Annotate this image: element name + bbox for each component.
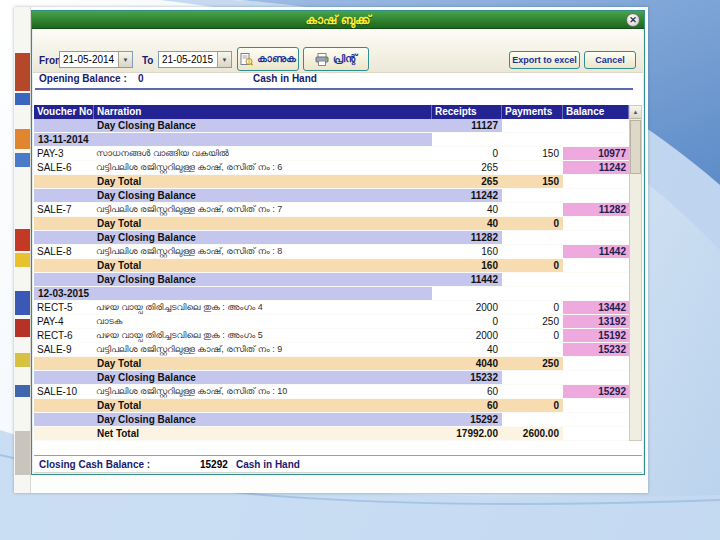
cell-payments <box>502 343 563 356</box>
cell-balance <box>563 287 629 300</box>
cell-receipts <box>432 133 502 146</box>
window-titlebar[interactable]: കാഷ് ബുക്ക് ✕ <box>32 11 644 29</box>
cell-receipts: 40 <box>432 343 502 356</box>
cell-payments: 2600.00 <box>502 427 563 440</box>
cell-receipts: 60 <box>432 399 502 412</box>
table-row[interactable]: SALE-6വട്ടിപലിശ രജിസ്റ്ററിലുള്ള കാഷ്, രസ… <box>34 161 629 175</box>
cell-balance: 13442 <box>563 301 629 314</box>
closing-balance-row-label: Day Closing Balance <box>34 189 432 202</box>
cell-receipts: 11242 <box>432 189 502 202</box>
close-button[interactable]: ✕ <box>626 13 640 27</box>
table-row[interactable]: 12-03-2015 <box>34 287 629 301</box>
closing-balance-row-label: Day Closing Balance <box>34 231 432 244</box>
table-row[interactable]: SALE-9വട്ടിപലിശ രജിസ്റ്ററിലുള്ള കാഷ്, രസ… <box>34 343 629 357</box>
desktop-icon-fragment <box>15 291 30 315</box>
cell-balance <box>563 119 629 132</box>
table-row[interactable]: RECT-6പഴയ വായ്പ തിരിച്ചടവിലെ തുക : അംഗം … <box>34 329 629 343</box>
chevron-down-icon[interactable]: ▼ <box>118 52 132 67</box>
cell-receipts: 40 <box>432 203 502 216</box>
table-row[interactable]: SALE-10വട്ടിപലിശ രജിസ്റ്ററിലുള്ള കാഷ്, ര… <box>34 385 629 399</box>
table-row[interactable]: SALE-7വട്ടിപലിശ രജിസ്റ്ററിലുള്ള കാഷ്, രസ… <box>34 203 629 217</box>
desktop-icon-fragment <box>15 129 30 149</box>
desktop-icon-fragment <box>15 229 30 251</box>
table-row[interactable]: Net Total17992.002600.00 <box>34 427 629 441</box>
cell-receipts: 0 <box>432 147 502 160</box>
cell-voucher: SALE-10 <box>34 385 94 398</box>
table-row[interactable]: Day Closing Balance11442 <box>34 273 629 287</box>
cell-payments <box>502 161 563 174</box>
opening-balance-label: Opening Balance : <box>39 73 127 84</box>
table-row[interactable]: Day Closing Balance15232 <box>34 371 629 385</box>
cell-balance: 10977 <box>563 147 629 160</box>
table-row[interactable]: Day Closing Balance11282 <box>34 231 629 245</box>
scrollbar-up-button[interactable]: ▲ <box>630 106 641 119</box>
export-to-excel-button[interactable]: Export to excel <box>509 51 580 69</box>
table-row[interactable]: RECT-5പഴയ വായ്പ തിരിച്ചടവിലെ തുക : അംഗം … <box>34 301 629 315</box>
table-row[interactable]: Day Closing Balance11127 <box>34 119 629 133</box>
cell-receipts: 15232 <box>432 371 502 384</box>
cell-payments <box>502 287 563 300</box>
cell-balance <box>563 133 629 146</box>
cell-narration: സാധനങ്ങൾ വാങ്ങിയ വകയിൽ <box>94 147 432 160</box>
cell-balance <box>563 231 629 244</box>
table-row[interactable]: Day Closing Balance11242 <box>34 189 629 203</box>
from-date-select[interactable]: 21-05-2014 ▼ <box>59 51 133 68</box>
cell-balance: 11442 <box>563 245 629 258</box>
desktop-icon-fragment <box>15 385 30 397</box>
table-scrollbar[interactable]: ▲ <box>629 105 642 441</box>
cell-balance <box>563 259 629 272</box>
table-row[interactable]: Day Total4040250 <box>34 357 629 371</box>
cell-narration: പഴയ വായ്പ തിരിച്ചടവിലെ തുക : അംഗം 5 <box>94 329 432 342</box>
cell-receipts: 11442 <box>432 273 502 286</box>
cashbook-window: കാഷ് ബുക്ക് ✕ From 21-05-2014 ▼ To 21-05… <box>31 10 645 475</box>
table-header-row: Voucher No Narration Receipts Payments B… <box>34 105 629 119</box>
net-total-label: Net Total <box>34 427 432 440</box>
cancel-button[interactable]: Cancel <box>584 51 636 69</box>
cell-balance: 15292 <box>563 385 629 398</box>
cell-receipts: 0 <box>432 315 502 328</box>
table-row[interactable]: Day Total265150 <box>34 175 629 189</box>
cell-payments: 250 <box>502 357 563 370</box>
cell-balance <box>563 371 629 384</box>
cell-voucher: PAY-4 <box>34 315 94 328</box>
cell-balance <box>563 273 629 286</box>
day-total-label: Day Total <box>34 175 432 188</box>
table-row[interactable]: Day Total1600 <box>34 259 629 273</box>
table-row[interactable]: 13-11-2014 <box>34 133 629 147</box>
desktop-icon-fragment <box>15 319 30 337</box>
cell-balance: 15232 <box>563 343 629 356</box>
cell-receipts: 265 <box>432 161 502 174</box>
desktop-icon-fragment <box>15 431 30 475</box>
table-row[interactable]: Day Total600 <box>34 399 629 413</box>
closing-balance-row-label: Day Closing Balance <box>34 119 432 132</box>
header-balance: Balance <box>563 105 629 119</box>
desktop-icon-fragment <box>15 253 30 267</box>
cell-voucher: RECT-5 <box>34 301 94 314</box>
cell-payments: 150 <box>502 175 563 188</box>
cashbook-table: Voucher No Narration Receipts Payments B… <box>34 105 629 441</box>
scrollbar-thumb[interactable] <box>630 120 641 174</box>
date-label: 12-03-2015 <box>34 287 432 300</box>
table-row[interactable]: Day Total400 <box>34 217 629 231</box>
cell-payments <box>502 119 563 132</box>
printer-icon <box>315 53 329 66</box>
cell-payments <box>502 231 563 244</box>
view-button[interactable]: കാണുക <box>237 47 299 71</box>
table-row[interactable]: PAY-4വാടക025013192 <box>34 315 629 329</box>
print-button[interactable]: പ്രിന്റ് <box>303 47 369 71</box>
header-receipts: Receipts <box>432 105 502 119</box>
cell-balance: 15192 <box>563 329 629 342</box>
desktop-icon-fragment <box>15 153 30 167</box>
print-button-label: പ്രിന്റ് <box>333 53 357 65</box>
cell-balance <box>563 189 629 202</box>
closing-balance-row-label: Day Closing Balance <box>34 413 432 426</box>
date-label: 13-11-2014 <box>34 133 432 146</box>
cash-in-hand-footer: Cash in Hand <box>236 459 300 470</box>
to-date-select[interactable]: 21-05-2015 ▼ <box>158 51 232 68</box>
divider <box>35 88 633 90</box>
table-row[interactable]: Day Closing Balance15292 <box>34 413 629 427</box>
chevron-down-icon[interactable]: ▼ <box>217 52 231 67</box>
day-total-label: Day Total <box>34 259 432 272</box>
table-row[interactable]: SALE-8വട്ടിപലിശ രജിസ്റ്ററിലുള്ള കാഷ്, രസ… <box>34 245 629 259</box>
table-row[interactable]: PAY-3സാധനങ്ങൾ വാങ്ങിയ വകയിൽ015010977 <box>34 147 629 161</box>
